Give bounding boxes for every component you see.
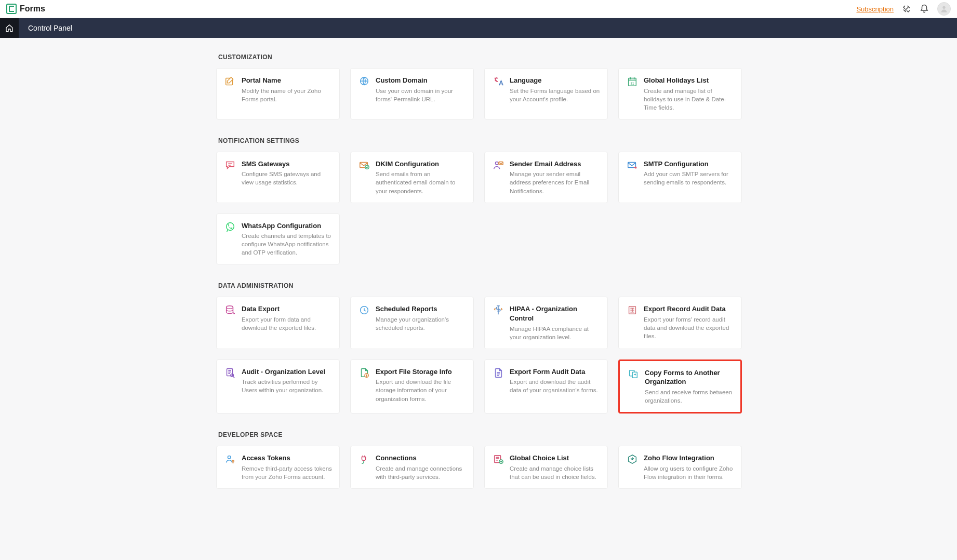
translate-icon — [492, 76, 504, 88]
bell-icon[interactable] — [920, 4, 929, 14]
cards-grid: Access Tokens Remove third-party access … — [216, 446, 741, 489]
card-desc: Manage HIPAA compliance at your organiza… — [510, 325, 600, 341]
svg-point-0 — [942, 6, 945, 9]
card-language[interactable]: Language Set the Forms language based on… — [484, 68, 608, 119]
whatsapp-icon — [224, 221, 236, 234]
card-global-holidays[interactable]: 31 Global Holidays List Create and manag… — [618, 68, 742, 119]
card-export-form-audit[interactable]: Export Form Audit Data Export and downlo… — [484, 359, 608, 414]
card-desc: Remove third-party access tokens from yo… — [242, 464, 332, 481]
document-search-icon — [224, 367, 236, 380]
card-title: Data Export — [242, 304, 332, 314]
copy-transfer-icon — [627, 368, 640, 381]
card-desc: Create and manage choice lists that can … — [510, 464, 600, 481]
subscription-link[interactable]: Subscription — [856, 5, 894, 13]
svg-point-7 — [496, 162, 499, 165]
card-title: Connections — [376, 454, 466, 463]
card-desc: Use your own domain in your forms' Perma… — [376, 87, 466, 103]
flow-hexagon-icon — [626, 454, 639, 466]
card-desc: Set the Forms language based on your Acc… — [510, 87, 600, 103]
document-grid-icon — [626, 304, 639, 317]
app-logo-icon — [6, 4, 17, 14]
svg-point-10 — [227, 222, 234, 230]
card-desc: Send and receive forms between organizat… — [645, 388, 733, 405]
card-sms-gateways[interactable]: SMS Gateways Configure SMS gateways and … — [216, 152, 340, 203]
card-title: Scheduled Reports — [376, 304, 466, 314]
card-desc: Export and download the audit data of yo… — [510, 378, 600, 394]
section-developer: DEVELOPER SPACE Access Tokens Remove thi… — [216, 431, 741, 489]
app-title: Forms — [20, 4, 45, 14]
card-title: Access Tokens — [242, 454, 332, 463]
card-desc: Add your own SMTP servers for sending em… — [644, 170, 734, 186]
card-custom-domain[interactable]: Custom Domain Use your own domain in you… — [350, 68, 474, 119]
medical-icon — [492, 304, 504, 317]
avatar[interactable] — [937, 2, 951, 16]
card-desc: Export your form data and download the e… — [242, 315, 332, 332]
card-whatsapp[interactable]: WhatsApp Configuration Create channels a… — [216, 214, 340, 265]
navbar: Control Panel — [0, 18, 957, 38]
card-zoho-flow[interactable]: Zoho Flow Integration Allow org users to… — [618, 446, 742, 489]
svg-rect-8 — [499, 162, 503, 165]
card-title: Audit - Organization Level — [242, 367, 332, 377]
card-file-storage[interactable]: Export File Storage Info Export and down… — [350, 359, 474, 414]
svg-rect-9 — [628, 162, 636, 167]
card-global-choice-list[interactable]: Global Choice List Create and manage cho… — [484, 446, 608, 489]
card-title: SMTP Configuration — [644, 159, 734, 169]
card-sender-email[interactable]: Sender Email Address Manage your sender … — [484, 152, 608, 203]
card-export-record-audit[interactable]: Export Record Audit Data Export your for… — [618, 297, 742, 349]
card-title: Copy Forms to Another Organization — [645, 368, 733, 386]
cards-grid: Data Export Export your form data and do… — [216, 297, 741, 414]
globe-icon — [358, 76, 370, 88]
card-desc: Send emails from an authenticated email … — [376, 170, 466, 195]
card-data-export[interactable]: Data Export Export your form data and do… — [216, 297, 340, 349]
card-copy-forms[interactable]: Copy Forms to Another Organization Send … — [618, 359, 742, 414]
tools-icon[interactable] — [902, 4, 911, 14]
plug-icon — [358, 454, 370, 466]
document-lines-icon — [492, 367, 504, 380]
file-download-icon — [358, 367, 370, 380]
card-dkim[interactable]: DKIM Configuration Send emails from an a… — [350, 152, 474, 203]
card-portal-name[interactable]: Portal Name Modify the name of your Zoho… — [216, 68, 340, 119]
database-export-icon — [224, 304, 236, 317]
chat-bubble-icon — [224, 159, 236, 172]
card-title: Portal Name — [242, 76, 332, 85]
card-audit-org[interactable]: Audit - Organization Level Track activit… — [216, 359, 340, 414]
card-desc: Manage your sender email address prefere… — [510, 170, 600, 195]
card-hipaa[interactable]: HIPAA - Organization Control Manage HIPA… — [484, 297, 608, 349]
svg-text:31: 31 — [630, 82, 634, 85]
svg-point-19 — [228, 456, 231, 459]
section-data-admin: DATA ADMINISTRATION Data Export Export y… — [216, 282, 741, 414]
card-title: SMS Gateways — [242, 159, 332, 169]
card-desc: Configure SMS gateways and view usage st… — [242, 170, 332, 186]
section-heading: DEVELOPER SPACE — [218, 431, 741, 438]
svg-point-20 — [232, 460, 234, 462]
svg-point-15 — [231, 374, 234, 377]
card-desc: Create and manage connections with third… — [376, 464, 466, 481]
card-desc: Modify the name of your Zoho Forms porta… — [242, 87, 332, 103]
card-connections[interactable]: Connections Create and manage connection… — [350, 446, 474, 489]
card-title: DKIM Configuration — [376, 159, 466, 169]
cards-grid: Portal Name Modify the name of your Zoho… — [216, 68, 741, 119]
section-customization: CUSTOMIZATION Portal Name Modify the nam… — [216, 54, 741, 119]
card-title: Global Choice List — [510, 454, 600, 463]
card-title: Export Record Audit Data — [644, 304, 734, 314]
card-desc: Track activities performed by Users with… — [242, 378, 332, 394]
home-button[interactable] — [0, 18, 19, 38]
topbar-right: Subscription — [856, 2, 951, 16]
card-title: Global Holidays List — [644, 76, 734, 85]
card-title: WhatsApp Configuration — [242, 221, 332, 231]
card-title: Export Form Audit Data — [510, 367, 600, 377]
list-plus-icon — [492, 454, 504, 466]
calendar-icon: 31 — [626, 76, 639, 88]
topbar-left: Forms — [6, 4, 45, 14]
card-title: Zoho Flow Integration — [644, 454, 734, 463]
content: CUSTOMIZATION Portal Name Modify the nam… — [216, 38, 741, 527]
card-scheduled-reports[interactable]: Scheduled Reports Manage your organizati… — [350, 297, 474, 349]
envelope-check-icon — [358, 159, 370, 172]
page-title: Control Panel — [19, 18, 72, 38]
card-smtp[interactable]: SMTP Configuration Add your own SMTP ser… — [618, 152, 742, 203]
section-heading: NOTIFICATION SETTINGS — [218, 137, 741, 144]
section-notification: NOTIFICATION SETTINGS SMS Gateways Confi… — [216, 137, 741, 265]
svg-point-11 — [227, 306, 233, 309]
card-access-tokens[interactable]: Access Tokens Remove third-party access … — [216, 446, 340, 489]
clock-icon — [358, 304, 370, 317]
